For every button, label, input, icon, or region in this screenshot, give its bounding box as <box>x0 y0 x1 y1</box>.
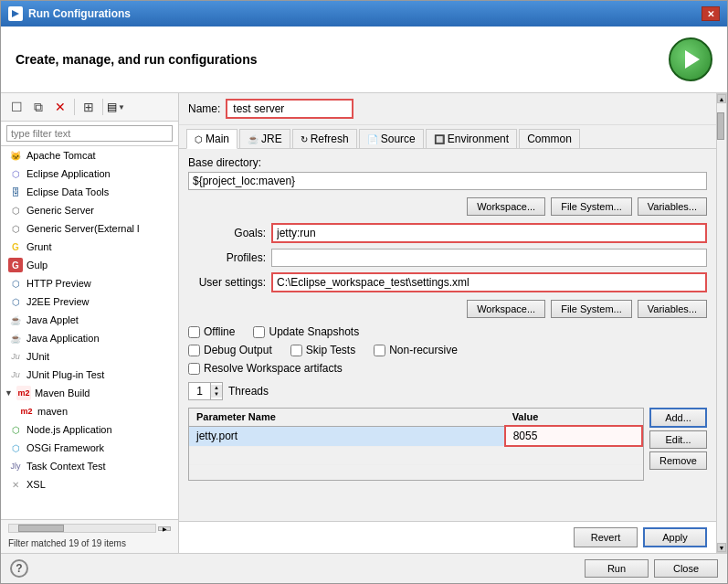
sidebar-item-java-applet[interactable]: ☕ Java Applet <box>1 311 178 329</box>
search-input[interactable] <box>6 125 173 142</box>
sidebar-item-java-application[interactable]: ☕ Java Application <box>1 329 178 347</box>
sidebar-item-generic-server-ext[interactable]: ⬡ Generic Server(External l <box>1 219 178 238</box>
view-menu-icon: ▤ <box>107 101 117 113</box>
param-value-col-header: Value <box>505 409 642 426</box>
delete-config-button[interactable]: ✕ <box>50 97 70 117</box>
sidebar-item-eclipse-data-tools[interactable]: 🗄 Eclipse Data Tools <box>1 183 178 201</box>
skip-tests-checkbox[interactable]: Skip Tests <box>290 344 355 356</box>
workspace-button-2[interactable]: Workspace... <box>467 300 545 318</box>
name-input[interactable] <box>226 99 353 119</box>
sidebar-item-task-context[interactable]: Jly Task Context Test <box>1 457 178 475</box>
tab-main[interactable]: ⬡ Main <box>186 129 237 149</box>
main-tab-icon: ⬡ <box>195 134 203 144</box>
sidebar-item-grunt[interactable]: G Grunt <box>1 238 178 256</box>
sidebar-item-gulp[interactable]: G Gulp <box>1 256 178 274</box>
close-button-footer[interactable]: Close <box>654 559 718 578</box>
main-area: ☐ ⧉ ✕ ⊞ ▤ ▼ 🐱 Apache Tomcat <box>1 93 727 553</box>
run-button[interactable]: Run <box>585 559 649 578</box>
sidebar-item-osgi[interactable]: ⬡ OSGi Framework <box>1 439 178 457</box>
sidebar-item-label: JUnit <box>26 351 49 362</box>
user-settings-row: User settings: <box>188 272 707 292</box>
tab-refresh[interactable]: ↻ Refresh <box>292 129 357 148</box>
filter-button[interactable]: ⊞ <box>79 97 99 117</box>
goals-input[interactable] <box>271 223 707 243</box>
sidebar-item-label: XSL <box>26 479 46 490</box>
parameters-table-container: Parameter Name Value jetty.port 8055 <box>188 408 644 481</box>
non-recursive-checkbox-input[interactable] <box>374 345 385 356</box>
threads-up-button[interactable]: ▲ <box>211 385 222 391</box>
sidebar-item-label: Gulp <box>26 260 47 271</box>
sidebar-item-junit-plugin[interactable]: Ju JUnit Plug-in Test <box>1 366 178 384</box>
sidebar-item-maven-sub[interactable]: m2 maven <box>1 402 178 420</box>
threads-down-button[interactable]: ▼ <box>211 391 222 398</box>
user-settings-input[interactable] <box>271 272 707 292</box>
scroll-right-button[interactable]: ▶ <box>158 526 171 531</box>
sidebar-item-http-preview[interactable]: ⬡ HTTP Preview <box>1 274 178 292</box>
resolve-workspace-label: Resolve Workspace artifacts <box>204 362 343 375</box>
add-param-button[interactable]: Add... <box>649 408 707 428</box>
offline-checkbox-input[interactable] <box>188 326 200 338</box>
offline-checkbox[interactable]: Offline <box>188 325 235 338</box>
resolve-workspace-checkbox-input[interactable] <box>188 363 200 375</box>
remove-param-button[interactable]: Remove <box>649 451 707 470</box>
tab-jre[interactable]: ☕ JRE <box>239 129 290 148</box>
sidebar-item-junit[interactable]: Ju JUnit <box>1 347 178 366</box>
skip-tests-checkbox-input[interactable] <box>290 345 302 356</box>
base-directory-section: Base directory: <box>188 156 707 190</box>
sidebar-item-j2ee-preview[interactable]: ⬡ J2EE Preview <box>1 292 178 311</box>
tab-common[interactable]: Common <box>519 129 580 148</box>
sidebar-item-label: Eclipse Application <box>26 168 111 179</box>
sidebar-item-label: maven <box>37 406 68 417</box>
close-button[interactable]: ✕ <box>702 6 720 21</box>
osgi-icon: ⬡ <box>8 441 23 455</box>
profiles-input[interactable] <box>271 249 707 267</box>
sidebar-item-xsl[interactable]: ✕ XSL <box>1 475 178 494</box>
scroll-up-arrow[interactable]: ▲ <box>717 94 726 103</box>
content-main: Name: ⬡ Main ☕ JRE ↻ Refresh <box>179 93 716 553</box>
apply-button[interactable]: Apply <box>643 527 707 547</box>
help-button[interactable]: ? <box>10 559 28 578</box>
revert-button[interactable]: Revert <box>574 527 638 547</box>
edit-param-button[interactable]: Edit... <box>649 430 707 449</box>
run-icon-button[interactable] <box>669 37 712 81</box>
generic-server-icon: ⬡ <box>8 203 23 218</box>
generic-server-ext-icon: ⬡ <box>8 221 23 236</box>
goals-row: Goals: <box>188 223 707 243</box>
threads-arrows: ▲ ▼ <box>211 385 222 398</box>
filesystem-button-2[interactable]: File System... <box>551 300 632 318</box>
update-snapshots-checkbox-input[interactable] <box>253 326 265 338</box>
update-snapshots-checkbox[interactable]: Update Snapshots <box>253 325 359 338</box>
workspace-button-1[interactable]: Workspace... <box>467 197 545 216</box>
sidebar-item-nodejs[interactable]: ⬡ Node.js Application <box>1 420 178 439</box>
new-config-button[interactable]: ☐ <box>6 97 26 117</box>
duplicate-config-button[interactable]: ⧉ <box>28 97 48 117</box>
content-panel: Base directory: Workspace... File System… <box>179 149 716 521</box>
resolve-workspace-checkbox[interactable]: Resolve Workspace artifacts <box>188 362 343 375</box>
http-preview-icon: ⬡ <box>8 276 23 291</box>
sidebar-item-label: OSGi Framework <box>26 442 104 453</box>
source-tab-label: Source <box>381 133 416 145</box>
debug-output-checkbox-input[interactable] <box>188 345 200 356</box>
variables-button-2[interactable]: Variables... <box>638 300 707 318</box>
vertical-scrollbar[interactable]: ▲ ▼ <box>716 93 727 553</box>
sidebar-item-maven-build[interactable]: ▼ m2 Maven Build <box>1 384 178 402</box>
sidebar-item-apache-tomcat[interactable]: 🐱 Apache Tomcat <box>1 146 178 165</box>
table-row[interactable]: jetty.port 8055 <box>189 426 642 446</box>
scroll-thumb[interactable] <box>717 112 724 140</box>
tab-source[interactable]: 📄 Source <box>359 129 424 148</box>
variables-button-1[interactable]: Variables... <box>638 197 707 216</box>
scroll-down-arrow[interactable]: ▼ <box>717 543 726 552</box>
checkboxes-row-2: Debug Output Skip Tests Non-recursive <box>188 344 707 356</box>
sidebar-item-eclipse-application[interactable]: ⬡ Eclipse Application <box>1 165 178 183</box>
view-menu-button[interactable]: ▤ ▼ <box>107 101 125 113</box>
refresh-tab-icon: ↻ <box>301 134 308 144</box>
filesystem-button-1[interactable]: File System... <box>551 197 632 216</box>
debug-output-checkbox[interactable]: Debug Output <box>188 344 272 356</box>
sidebar-item-generic-server[interactable]: ⬡ Generic Server <box>1 201 178 219</box>
non-recursive-checkbox[interactable]: Non-recursive <box>374 344 458 356</box>
base-dir-button-row: Workspace... File System... Variables... <box>188 196 707 218</box>
threads-spinner: 1 ▲ ▼ <box>188 382 223 400</box>
apache-tomcat-icon: 🐱 <box>8 148 23 163</box>
tab-environment[interactable]: 🔲 Environment <box>426 129 517 148</box>
base-directory-input[interactable] <box>188 172 707 190</box>
